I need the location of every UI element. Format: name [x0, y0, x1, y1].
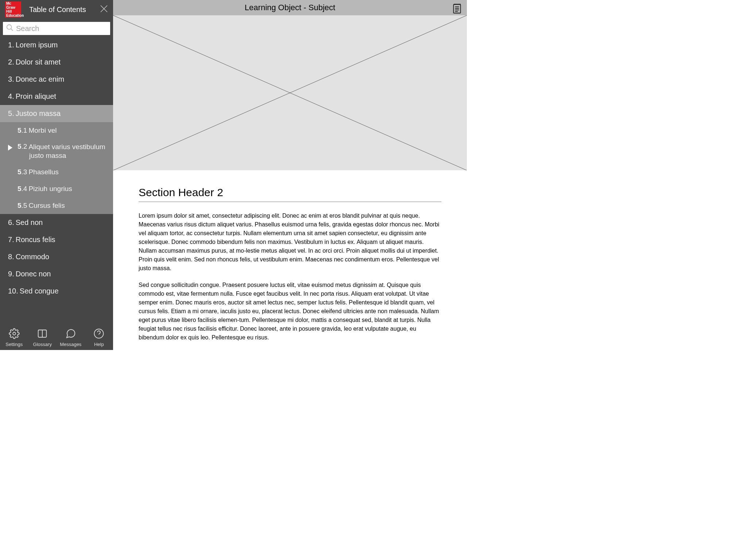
- toc-item[interactable]: 10. Sed congue: [0, 283, 113, 300]
- chat-icon: [65, 328, 76, 340]
- svg-line-3: [11, 29, 13, 31]
- notes-icon[interactable]: [452, 3, 462, 15]
- help-label: Help: [94, 342, 104, 347]
- paragraph: Lorem ipsum dolor sit amet, consectetur …: [139, 211, 441, 273]
- bottom-bar: Settings Glossary Messages Help: [0, 324, 113, 350]
- toc-item[interactable]: 6. Sed non: [0, 214, 113, 231]
- toc-subitem[interactable]: 5.3Phasellus: [0, 164, 113, 180]
- messages-button[interactable]: Messages: [57, 328, 85, 347]
- search-input[interactable]: [16, 24, 108, 33]
- toc-subitem[interactable]: 5.5Cursus felis: [0, 197, 113, 214]
- book-icon: [37, 328, 48, 340]
- content-area: Section Header 2 Lorem ipsum dolor sit a…: [113, 170, 467, 350]
- toc-item[interactable]: 8. Commodo: [0, 248, 113, 265]
- help-icon: [93, 328, 104, 340]
- section-header: Section Header 2: [139, 186, 441, 202]
- settings-button[interactable]: Settings: [0, 328, 28, 347]
- page-title: Learning Object - Subject: [245, 3, 335, 12]
- sidebar: Mc Graw Hill Education Table of Contents…: [0, 0, 113, 350]
- help-button[interactable]: Help: [85, 328, 113, 347]
- toc-item[interactable]: 7. Roncus felis: [0, 231, 113, 248]
- brand-logo: Mc Graw Hill Education: [5, 1, 21, 18]
- body-text: Lorem ipsum dolor sit amet, consectetur …: [139, 211, 441, 342]
- toc-item[interactable]: 2. Dolor sit amet: [0, 54, 113, 71]
- gear-icon: [9, 328, 20, 340]
- toc-item[interactable]: 4. Proin aliquet: [0, 88, 113, 105]
- main-area: Learning Object - Subject Section Header…: [113, 0, 467, 350]
- svg-point-7: [94, 329, 104, 338]
- svg-point-2: [7, 25, 12, 30]
- close-icon[interactable]: [100, 5, 108, 14]
- settings-label: Settings: [5, 342, 23, 347]
- toc-item[interactable]: 3. Donec ac enim: [0, 71, 113, 88]
- hero-image-placeholder: [113, 15, 467, 170]
- toc-subitem[interactable]: 5.4Piziuh ungrius: [0, 180, 113, 197]
- toc-subitem-current[interactable]: 5.2 Aliquet varius vestibulumjusto massa: [0, 139, 113, 164]
- toc-item-active[interactable]: 5. Justoo massa: [0, 105, 113, 122]
- search-input-wrap[interactable]: [3, 22, 110, 35]
- toc-subitem[interactable]: 5.1Morbi vel: [0, 122, 113, 139]
- search-icon: [6, 24, 14, 33]
- table-of-contents: 1. Lorem ipsum 2. Dolor sit amet 3. Done…: [0, 36, 113, 324]
- sidebar-title: Table of Contents: [29, 5, 100, 14]
- glossary-button[interactable]: Glossary: [28, 328, 57, 347]
- top-bar: Learning Object - Subject: [113, 0, 467, 15]
- glossary-label: Glossary: [33, 342, 52, 347]
- paragraph: Sed congue sollicitudin congue. Praesent…: [139, 281, 441, 342]
- toc-item[interactable]: 1. Lorem ipsum: [0, 36, 113, 54]
- svg-point-4: [13, 332, 16, 335]
- messages-label: Messages: [60, 342, 81, 347]
- toc-item[interactable]: 9. Donec non: [0, 265, 113, 283]
- sidebar-header: Mc Graw Hill Education Table of Contents: [0, 0, 113, 19]
